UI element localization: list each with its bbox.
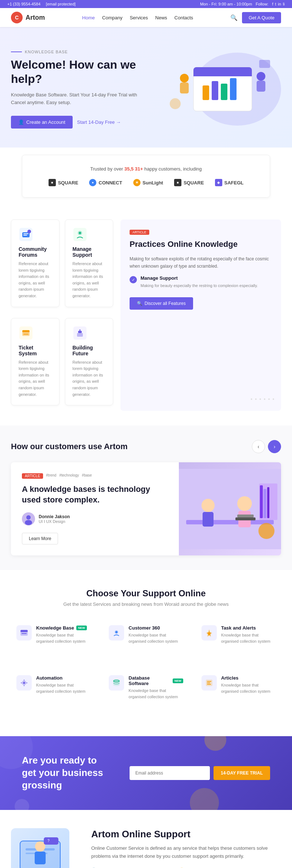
safegl-icon: ◈: [215, 179, 222, 186]
trusted-text: Trusted by over 35,5 31+ happy customers…: [33, 166, 259, 172]
brand-name: Artom: [26, 14, 45, 22]
info-image-placeholder: ?: [11, 828, 69, 868]
svg-rect-44: [267, 487, 269, 518]
c360-desc: Knowledge base that organised collection…: [128, 632, 183, 644]
trusted-logo-safegl: ◈ SAFEGL: [215, 179, 244, 186]
author-name: Donnie Jakson: [39, 514, 70, 519]
tag-tech: #technology: [59, 473, 79, 479]
learn-more-button[interactable]: Learn More: [22, 533, 58, 544]
svg-rect-36: [203, 512, 214, 527]
svg-point-18: [27, 230, 31, 233]
kb-badge: NEW: [76, 626, 87, 630]
support-item-auto: Automation Knowledge base that organised…: [11, 670, 96, 718]
articles-icon: [201, 675, 217, 691]
svg-text:?: ?: [47, 839, 50, 843]
nav-home[interactable]: Home: [82, 15, 95, 20]
cta-right: 14-DAY FREE TRIAL: [130, 766, 270, 780]
nav-contacts[interactable]: Contacts: [174, 15, 193, 20]
support-grid: Knowledge Base NEW Knowledge base that o…: [11, 620, 281, 718]
community-desc: Reference about lorem tipgiving informat…: [19, 261, 52, 299]
kb-desc: Knowledge base that organised collection…: [36, 632, 91, 644]
create-account-button[interactable]: 👤 Create an Account: [11, 116, 73, 129]
svg-rect-24: [22, 330, 30, 332]
customer-card: ARTICLE #trend #technology #base A knowl…: [11, 462, 281, 555]
hero-title: Welcome! How can we help?: [11, 58, 150, 86]
articles-desc: Knowledge base that organised collection…: [221, 682, 276, 694]
trusted-logo-sunlight: ☀ SunLight: [133, 179, 163, 186]
support-subtitle: Get the latest Services and breaking new…: [11, 601, 281, 607]
get-quote-button[interactable]: Get A Quote: [242, 12, 281, 23]
db-desc: Knowledge base that organised collection…: [128, 688, 183, 700]
nav-news[interactable]: News: [155, 15, 167, 20]
building-desc: Reference about lorem tipgiving informat…: [73, 359, 106, 398]
info-image: ?: [11, 828, 77, 868]
discover-button[interactable]: 🔍 Discover all Features: [130, 297, 193, 310]
email-address: [email protected]: [46, 2, 76, 6]
square1-icon: ■: [49, 179, 56, 186]
square2-icon: ■: [174, 179, 181, 186]
svg-rect-48: [22, 633, 27, 634]
manage-title: Manage Support: [73, 246, 106, 258]
svg-rect-27: [77, 333, 83, 337]
auto-content: Automation Knowledge base that organised…: [36, 675, 91, 707]
svg-rect-70: [44, 837, 58, 845]
social-icon-4[interactable]: li: [283, 2, 285, 6]
svg-rect-16: [23, 233, 28, 234]
logo: C Artom: [11, 12, 45, 23]
auto-desc: Knowledge base that organised collection…: [36, 682, 91, 694]
customer-card-image: [179, 462, 281, 555]
features-right: ARTICLE Practices Online Knowledge Makin…: [120, 219, 281, 411]
top-bar: +1 (33) 9554-4584 [email protected] Mon …: [0, 0, 292, 8]
kb-title: Knowledge Base NEW: [36, 625, 91, 631]
features-right-title: Practices Online Knowledge: [130, 239, 272, 250]
prev-arrow[interactable]: ‹: [252, 440, 265, 453]
author: Donnie Jakson UI I UX Design: [22, 512, 168, 525]
tag-base: #base: [82, 473, 92, 479]
articles-content: Articles Knowledge base that organised c…: [221, 675, 276, 707]
articles-title: Articles: [221, 675, 276, 681]
social-icons: f t in li: [272, 2, 285, 6]
hero-buttons: 👤 Create an Account Start 14-Day Free →: [11, 116, 150, 129]
free-trial-button[interactable]: Start 14-Day Free →: [77, 119, 121, 125]
auto-title: Automation: [36, 675, 91, 681]
nav-company[interactable]: Company: [102, 15, 123, 20]
top-bar-right: Mon - Fri: 9:00 am - 10:00pm Follow: f t…: [200, 2, 285, 6]
info-content: Artom Online Support Online Customer Ser…: [91, 829, 281, 868]
phone-number: +1 (33) 9554-4584: [7, 2, 41, 6]
customers-title: How our customers use Artom: [11, 442, 127, 451]
svg-point-68: [35, 841, 45, 852]
building-title: Building Future: [73, 345, 106, 356]
trial-button[interactable]: 14-DAY FREE TRIAL: [214, 766, 270, 780]
tag-trend: #trend: [46, 473, 56, 479]
facebook-icon[interactable]: f: [272, 2, 273, 6]
customers-header: How our customers use Artom ‹ ›: [11, 440, 281, 453]
svg-point-21: [79, 232, 81, 234]
support-item-db: Database Software NEW Knowledge base tha…: [103, 670, 188, 718]
feature-manage: Manage Support Reference about lorem tip…: [65, 219, 114, 307]
nav-services[interactable]: Services: [130, 15, 148, 20]
kb-icon: [16, 625, 32, 641]
svg-point-10: [257, 72, 265, 81]
alerts-content: Task and Alerts Knowledge base that orga…: [221, 625, 276, 657]
twitter-icon[interactable]: t: [275, 2, 276, 6]
customer-illustration: [179, 469, 281, 549]
article-badge: ARTICLE: [130, 230, 149, 235]
support-item-alerts: Task and Alerts Knowledge base that orga…: [196, 620, 281, 662]
email-input[interactable]: [130, 766, 210, 780]
trusted-logo-connect: ● CONNECT: [89, 179, 122, 186]
info-title: Artom Online Support: [91, 829, 281, 840]
linkedin-icon[interactable]: in: [278, 2, 281, 6]
feature-building: Building Future Reference about lorem ti…: [65, 318, 114, 406]
svg-rect-28: [78, 331, 82, 333]
check-item-1-desc: Making for beauty especially the restrin…: [141, 282, 258, 289]
search-icon[interactable]: 🔍: [230, 14, 238, 21]
next-arrow[interactable]: ›: [268, 440, 281, 453]
svg-rect-4: [203, 85, 209, 100]
sun-icon: ☀: [133, 179, 141, 186]
svg-rect-40: [237, 515, 254, 517]
svg-rect-62: [207, 682, 210, 683]
nav-actions: 🔍 Get A Quote: [230, 12, 281, 23]
trusted-wrapper: Trusted by over 35,5 31+ happy customers…: [0, 155, 292, 198]
info-section: ? Artom Online Support Online Customer S…: [0, 810, 292, 868]
main-nav: Home Company Services News Contacts: [82, 15, 193, 20]
